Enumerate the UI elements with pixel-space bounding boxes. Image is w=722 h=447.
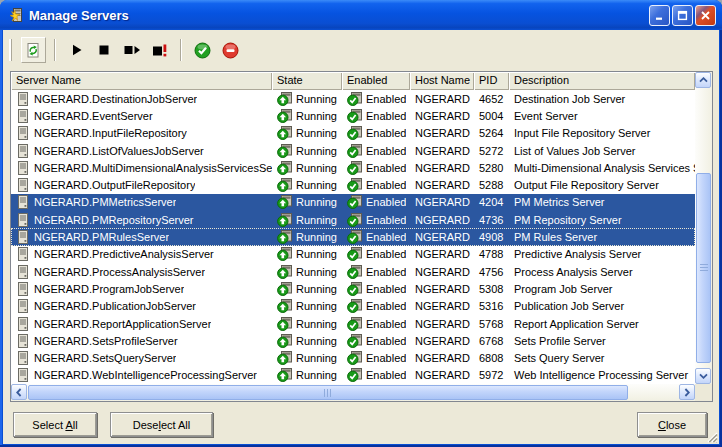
scroll-down-button[interactable] (695, 368, 711, 384)
scroll-up-button[interactable] (695, 72, 711, 88)
enabled-check-icon (347, 109, 362, 123)
state-cell: Running (272, 280, 342, 297)
close-window-button[interactable] (695, 5, 716, 26)
description-cell: Multi-Dimensional Analysis Services Serv… (509, 159, 695, 176)
column-header-server-name[interactable]: Server Name (11, 72, 272, 90)
running-state-icon (277, 126, 292, 140)
server-name-cell: NGERARD.MultiDimensionalAnalysisServices… (11, 159, 272, 176)
enable-server-button[interactable] (190, 37, 214, 63)
table-row[interactable]: NGERARD.PMRulesServer Running (11, 228, 695, 245)
column-header-enabled[interactable]: Enabled (342, 72, 410, 90)
enabled-cell: Enabled (342, 176, 410, 193)
table-row[interactable]: NGERARD.ProgramJobServer Running (11, 280, 695, 297)
resize-grip[interactable] (705, 430, 718, 443)
table-row[interactable]: NGERARD.SetsProfileServer Running (11, 332, 695, 349)
state-cell: Running (272, 246, 342, 263)
state-cell: Running (272, 367, 342, 384)
table-row[interactable]: NGERARD.DestinationJobServer Running (11, 90, 695, 107)
table-row[interactable]: NGERARD.PMRepositoryServer Running (11, 211, 695, 228)
table-row[interactable]: NGERARD.SetsQueryServer Running (11, 349, 695, 366)
scroll-left-button[interactable] (11, 384, 27, 400)
host-name-cell: NGERARD (410, 142, 474, 159)
table-row[interactable]: NGERARD.PMMetricsServer Running (11, 194, 695, 211)
close-button[interactable]: Close (637, 412, 707, 437)
select-all-button[interactable]: Select All (13, 412, 97, 437)
enabled-cell: Enabled (342, 349, 410, 366)
toolbar-gripper[interactable] (9, 39, 14, 61)
force-stop-button[interactable] (148, 37, 172, 63)
table-row[interactable]: NGERARD.ProcessAnalysisServer Running (11, 263, 695, 280)
state-cell: Running (272, 142, 342, 159)
server-name-cell: NGERARD.SetsQueryServer (11, 349, 272, 366)
enabled-check-icon (347, 126, 362, 140)
enabled-value: Enabled (366, 231, 406, 243)
table-row[interactable]: NGERARD.InputFileRepository Running (11, 125, 695, 142)
state-cell: Running (272, 228, 342, 245)
deselect-all-button[interactable]: Deselect All (110, 412, 213, 437)
enabled-cell: Enabled (342, 332, 410, 349)
enabled-cell: Enabled (342, 90, 410, 107)
disable-server-button[interactable] (218, 37, 242, 63)
enabled-cell: Enabled (342, 315, 410, 332)
server-icon (16, 282, 30, 296)
horizontal-scrollbar[interactable] (11, 384, 695, 401)
enabled-cell: Enabled (342, 263, 410, 280)
toolbar (7, 33, 715, 67)
scroll-right-button[interactable] (679, 384, 695, 400)
host-name-cell: NGERARD (410, 107, 474, 124)
pid-cell: 5308 (474, 280, 509, 297)
start-server-button[interactable] (64, 37, 88, 63)
vertical-scroll-thumb[interactable] (696, 173, 711, 363)
enabled-check-icon (347, 213, 362, 227)
table-row[interactable]: NGERARD.OutputFileRepository Running (11, 176, 695, 193)
pid-cell: 5768 (474, 315, 509, 332)
stop-server-button[interactable] (92, 37, 116, 63)
enabled-value: Enabled (366, 266, 406, 278)
column-header-pid[interactable]: PID (474, 72, 509, 90)
stop-icon (97, 43, 111, 57)
pid-cell: 5288 (474, 176, 509, 193)
restart-server-button[interactable] (120, 37, 144, 63)
toolbar-separator (54, 39, 56, 61)
enabled-cell: Enabled (342, 125, 410, 142)
state-cell: Running (272, 176, 342, 193)
description-cell: Publication Job Server (509, 298, 695, 315)
server-name: NGERARD.EventServer (34, 110, 153, 122)
minimize-button[interactable] (649, 5, 670, 26)
table-row[interactable]: NGERARD.WebIntelligenceProcessingServer … (11, 367, 695, 384)
state-value: Running (296, 248, 337, 260)
running-state-icon (277, 351, 292, 365)
horizontal-scroll-thumb[interactable] (28, 385, 628, 400)
client-area: Server Name State Enabled Host Name PID … (3, 30, 719, 444)
server-name: NGERARD.ProcessAnalysisServer (34, 266, 205, 278)
server-icon (16, 230, 30, 244)
refresh-icon (25, 42, 42, 59)
pid-cell: 5264 (474, 125, 509, 142)
state-cell: Running (272, 298, 342, 315)
table-row[interactable]: NGERARD.PublicationJobServer Running (11, 298, 695, 315)
table-row[interactable]: NGERARD.ListOfValuesJobServer Running (11, 142, 695, 159)
server-name-cell: NGERARD.PublicationJobServer (11, 298, 272, 315)
table-row[interactable]: NGERARD.MultiDimensionalAnalysisServices… (11, 159, 695, 176)
server-icon (16, 109, 30, 123)
column-header-description[interactable]: Description (509, 72, 695, 90)
table-row[interactable]: NGERARD.PredictiveAnalysisServer Running (11, 246, 695, 263)
vertical-scrollbar[interactable] (695, 72, 712, 384)
running-state-icon (277, 161, 292, 175)
enabled-value: Enabled (366, 300, 406, 312)
server-name: NGERARD.SetsProfileServer (34, 335, 178, 347)
server-name-cell: NGERARD.PMRulesServer (11, 228, 272, 245)
refresh-button[interactable] (21, 37, 46, 63)
state-value: Running (296, 179, 337, 191)
column-header-state[interactable]: State (272, 72, 342, 90)
state-value: Running (296, 162, 337, 174)
table-row[interactable]: NGERARD.EventServer Running (11, 107, 695, 124)
table-row[interactable]: NGERARD.ReportApplicationServer Running (11, 315, 695, 332)
column-header-host-name[interactable]: Host Name (410, 72, 474, 90)
titlebar[interactable]: Manage Servers (0, 0, 722, 30)
maximize-button[interactable] (672, 5, 693, 26)
description-cell: Process Analysis Server (509, 263, 695, 280)
description-cell: Sets Query Server (509, 349, 695, 366)
state-cell: Running (272, 315, 342, 332)
start-icon (69, 43, 84, 57)
